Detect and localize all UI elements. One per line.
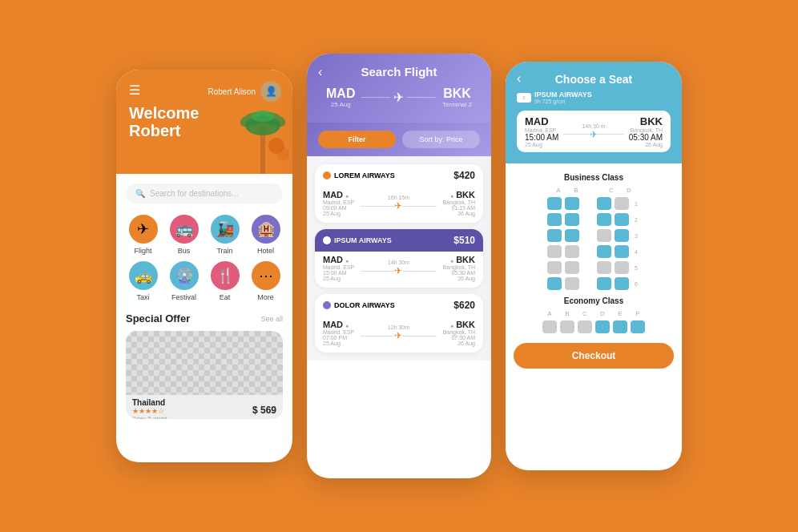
sort-button[interactable]: Sort by: Price: [402, 131, 480, 148]
seat[interactable]: [615, 261, 629, 274]
from-code: MAD ●: [323, 320, 354, 329]
offer-card-info: Thailand ★★★★☆ 7day 5 night $ 569: [126, 395, 283, 419]
flight-card-header: DOLOR AIRWAYS $620: [315, 294, 483, 316]
category-label: Flight: [134, 247, 151, 255]
col-label: A: [542, 310, 557, 317]
flight-card-header: LOREM AIRWAYS $420: [315, 164, 483, 187]
col-label: D: [595, 310, 610, 317]
phone2-title: Search Flight: [318, 65, 480, 79]
seat[interactable]: [613, 320, 627, 333]
seat[interactable]: [547, 277, 562, 290]
seat[interactable]: [560, 320, 574, 333]
row-number: 5: [632, 265, 640, 271]
flight-mid: 14h 30m ✈: [354, 260, 442, 276]
seat[interactable]: [565, 229, 579, 242]
seat[interactable]: [565, 213, 579, 226]
category-icon: 🎡: [170, 261, 199, 290]
seat[interactable]: [565, 245, 579, 258]
phone2: ‹ Search Flight MAD 25 Aug ✈ BKK Termina…: [307, 54, 491, 478]
flight-card[interactable]: IPSUM AIRWAYS $510 MAD ● Madrid, ESP 15:…: [315, 229, 483, 288]
airline-name: LOREM AIRWAYS: [323, 171, 395, 179]
filter-button[interactable]: Filter: [318, 131, 396, 148]
see-all-link[interactable]: See all: [260, 315, 283, 323]
row-number: 4: [632, 249, 640, 255]
p3-plane-icon: ✈: [590, 129, 598, 140]
category-item-train[interactable]: 🚂 Train: [208, 215, 242, 255]
seat[interactable]: [547, 213, 562, 226]
phone1-body: 🔍 Search for destinations... ✈ Flight 🚌 …: [116, 174, 292, 435]
flight-card-body: MAD ● Madrid, ESP 15:00 AM 25 Aug 14h 30…: [315, 252, 483, 288]
to-code: BKK: [442, 87, 472, 101]
palm-tree-icon: [236, 102, 292, 174]
seat[interactable]: [597, 197, 611, 210]
category-item-taxi[interactable]: 🚕 Taxi: [126, 261, 160, 301]
search-placeholder: Search for destinations...: [150, 189, 239, 198]
category-item-hotel[interactable]: 🏨 Hotel: [248, 215, 283, 255]
category-item-bus[interactable]: 🚌 Bus: [167, 215, 201, 255]
phones-container: ☰ Robert Alison 👤 Welcome Robert: [116, 54, 682, 478]
to-time: 07:30 AM: [443, 335, 475, 341]
seat[interactable]: [597, 277, 611, 290]
seat[interactable]: [565, 261, 579, 274]
from-time: 09:00 AM: [323, 205, 354, 211]
offer-card[interactable]: Thailand ★★★★☆ 7day 5 night $ 569: [126, 331, 283, 419]
category-icon: 🚌: [170, 215, 199, 244]
seat[interactable]: [547, 261, 562, 274]
from-sub: Madrid, ESP: [323, 200, 354, 205]
flight-card[interactable]: LOREM AIRWAYS $420 MAD ● Madrid, ESP 09:…: [315, 164, 483, 223]
category-item-festival[interactable]: 🎡 Festival: [167, 261, 201, 301]
category-item-more[interactable]: ⋯ More: [248, 261, 283, 301]
seat[interactable]: [547, 229, 562, 242]
category-item-flight[interactable]: ✈ Flight: [126, 215, 160, 255]
seat-row: 5: [514, 261, 674, 274]
seat[interactable]: [615, 213, 629, 226]
airline-logo: ≡: [517, 93, 531, 103]
from-sub: Madrid, ESP: [323, 264, 354, 270]
seat[interactable]: [597, 213, 611, 226]
flight-card[interactable]: DOLOR AIRWAYS $620 MAD ● Madrid, ESP 07:…: [315, 294, 483, 353]
seat[interactable]: [597, 229, 611, 242]
seat[interactable]: [615, 277, 629, 290]
seat[interactable]: [615, 229, 629, 242]
flight-to-info: ● BKK Bangkok, TH 07:30 AM 26 Aug: [443, 320, 475, 346]
seat[interactable]: [615, 197, 629, 210]
plane-icon: ✈: [394, 265, 402, 276]
seat[interactable]: [565, 277, 579, 290]
col-label: B: [569, 187, 583, 194]
seat[interactable]: [565, 197, 579, 210]
search-bar[interactable]: 🔍 Search for destinations...: [126, 183, 283, 204]
p3-to-code: BKK: [629, 115, 663, 127]
seat[interactable]: [595, 320, 610, 333]
svg-point-6: [276, 147, 289, 160]
seat-col-labels: ABCD: [514, 187, 674, 194]
checkout-button[interactable]: Checkout: [514, 343, 674, 369]
seat-row: 6: [514, 277, 674, 290]
seat[interactable]: [615, 245, 629, 258]
category-item-eat[interactable]: 🍴 Eat: [208, 261, 242, 301]
seat[interactable]: [542, 320, 557, 333]
to-sub: Bangkok, TH: [443, 264, 475, 270]
from-date: 25 Aug: [323, 211, 354, 216]
p3-from: MAD Madrid, ESP 15:00 AM 25 Aug: [525, 115, 558, 147]
offer-stars: ★★★★☆: [132, 407, 167, 415]
seat[interactable]: [578, 320, 592, 333]
seat[interactable]: [547, 245, 562, 258]
special-offer-title: Special Offer: [126, 312, 190, 324]
flight-price: $420: [453, 170, 475, 181]
seat[interactable]: [631, 320, 645, 333]
business-class-title: Business Class: [514, 173, 674, 182]
phone1-header: ☰ Robert Alison 👤 Welcome Robert: [116, 70, 292, 174]
col-label: D: [622, 187, 636, 194]
seat[interactable]: [597, 245, 611, 258]
category-label: Train: [216, 247, 232, 255]
duration: 14h 30m: [388, 260, 409, 265]
to-code: ● BKK: [443, 320, 475, 329]
p3-mid: 14h 30 m ✈: [558, 123, 628, 140]
p3-from-code: MAD: [525, 115, 558, 127]
flight-line: ✈: [361, 200, 436, 212]
user-name: Robert Alison: [208, 87, 256, 96]
phone2-header: ‹ Search Flight MAD 25 Aug ✈ BKK Termina…: [307, 54, 491, 123]
row-number: 2: [632, 217, 640, 223]
seat[interactable]: [597, 261, 611, 274]
seat[interactable]: [547, 197, 562, 210]
